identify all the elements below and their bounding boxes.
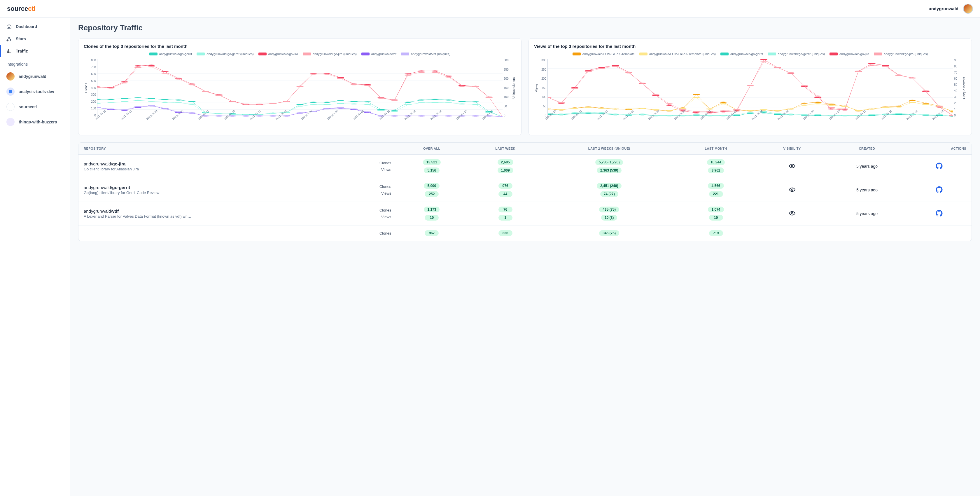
svg-point-93 [97,87,101,88]
stat-pill: 1 [498,215,512,220]
svg-point-369 [922,91,929,92]
avatar[interactable] [963,4,973,14]
integration-things-with-buzzers[interactable]: things-with-buzzers [0,114,70,129]
svg-point-0 [97,99,101,100]
legend-item[interactable]: andygrunwald/FOM-LaTeX-Template (uniques… [640,52,716,56]
row-label-views: Views [381,167,391,172]
nav-item-traffic[interactable]: Traffic [0,45,70,57]
legend-swatch [258,53,267,56]
legend-item[interactable]: andygrunwald/go-jira (uniques) [874,52,928,56]
legend-item[interactable]: andygrunwald/go-jira [258,52,298,56]
legend-item[interactable]: andygrunwald/vdf [361,52,396,56]
logo[interactable]: sourcectl [7,5,36,13]
legend-swatch [573,53,581,56]
svg-point-120 [458,86,466,87]
clones-chart-title: Clones of the top 3 repositories for the… [84,44,516,49]
row-label-views: Views [381,215,391,219]
svg-point-78 [310,73,317,74]
svg-point-364 [854,71,862,72]
created-cell: 5 years ago [827,155,907,178]
svg-point-37 [175,102,182,103]
legend-item[interactable]: andygrunwald/go-gerrit [721,52,763,56]
svg-point-349 [652,94,659,96]
th-visibility[interactable]: VISIBILITY [757,143,827,155]
github-link[interactable] [935,189,943,194]
svg-point-329 [800,86,808,87]
svg-point-65 [134,65,142,67]
th-repository[interactable]: REPOSITORY [78,143,374,155]
legend-item[interactable]: andygrunwald/go-jira [829,52,869,56]
svg-point-213 [909,100,916,101]
sidebar-section-integrations: Integrations [0,57,70,69]
row-label-views: Views [381,191,391,196]
th-lastmonth[interactable]: LAST MONTH [675,143,757,155]
legend-item[interactable]: andygrunwald/vdf (uniques) [401,52,450,56]
svg-point-361 [815,96,822,97]
nav-label: Dashboard [16,24,37,29]
svg-point-66 [148,65,155,66]
svg-point-326 [760,59,767,61]
integration-andygrunwald[interactable]: andygrunwald [0,69,70,84]
nav-label: Traffic [16,49,28,53]
th-actions[interactable]: ACTIONS [907,143,972,155]
y-axis-label: Clones [84,59,88,117]
x-ticks: 2021-03-192021-03-212021-03-232021-03-25… [94,118,507,130]
svg-point-2 [121,98,128,99]
svg-point-359 [787,72,794,73]
svg-point-115 [391,100,398,101]
svg-point-217 [548,108,552,110]
th-lastweek[interactable]: LAST WEEK [467,143,543,155]
legend-item[interactable]: andygrunwald/go-jira (uniques) [303,52,357,56]
nav-item-stars[interactable]: Stars [0,33,70,45]
github-link[interactable] [935,166,943,171]
svg-point-358 [774,67,781,68]
svg-point-1 [107,99,115,100]
svg-point-219 [571,108,578,109]
y-ticks: 300250200150100500 [539,59,547,117]
stat-pill: 4,566 [708,183,724,189]
created-cell [827,225,907,241]
current-user[interactable]: andygrunwald [929,6,958,11]
th-created[interactable]: CREATED [827,143,907,155]
repo-name[interactable]: andygrunwald/go-jira [84,161,369,166]
svg-point-205 [800,103,808,104]
svg-point-16 [310,102,317,103]
views-chart-card: Views of the top 3 repositories for the … [528,38,972,136]
svg-point-19 [350,101,358,102]
row-label-clones: Clones [379,161,391,165]
legend-item[interactable]: andygrunwald/go-gerrit (uniques) [768,52,825,56]
repo-name[interactable]: andygrunwald/vdf [84,209,369,214]
svg-point-111 [337,78,344,79]
legend-swatch [150,53,158,56]
stat-pill: 1,173 [424,207,439,212]
repo-desc: Go client library for Atlassian Jira [84,167,369,171]
repo-name[interactable]: andygrunwald/go-gerrit [84,185,369,190]
stat-pill: 10,244 [707,159,725,165]
svg-point-228 [693,97,700,98]
svg-point-315 [612,65,619,66]
svg-point-118 [431,72,439,73]
svg-point-373 [791,189,793,191]
stat-pill: 967 [425,230,439,236]
stat-pill: 435 (75) [599,207,619,212]
svg-point-348 [639,83,646,84]
th-last2weeks[interactable]: LAST 2 WEEKS (UNIQUE) [544,143,675,155]
svg-point-107 [283,101,290,102]
stat-pill: 10 [709,215,723,220]
svg-point-121 [472,86,479,87]
integration-analysis-tools-dev[interactable]: analysis-tools-dev [0,84,70,99]
integration-avatar [6,72,14,81]
legend-swatch [768,53,776,56]
nav-label: Stars [16,37,26,41]
github-link[interactable] [935,213,943,218]
legend-item[interactable]: andygrunwald/FOM-LaTeX-Template [573,52,635,56]
legend-item[interactable]: andygrunwald/go-gerrit (uniques) [197,52,253,56]
x-ticks: 2021-03-192021-03-212021-03-232021-03-25… [544,118,958,130]
svg-point-95 [121,82,128,83]
table-row: andygrunwald/vdf A Lexer and Parser for … [78,202,972,225]
legend-item[interactable]: andygrunwald/go-gerrit [150,52,192,56]
th-overall[interactable]: OVER ALL [396,143,467,155]
integration-sourcectl[interactable]: sourcectl [0,99,70,114]
nav-item-dashboard[interactable]: Dashboard [0,21,70,33]
svg-point-114 [377,98,385,99]
